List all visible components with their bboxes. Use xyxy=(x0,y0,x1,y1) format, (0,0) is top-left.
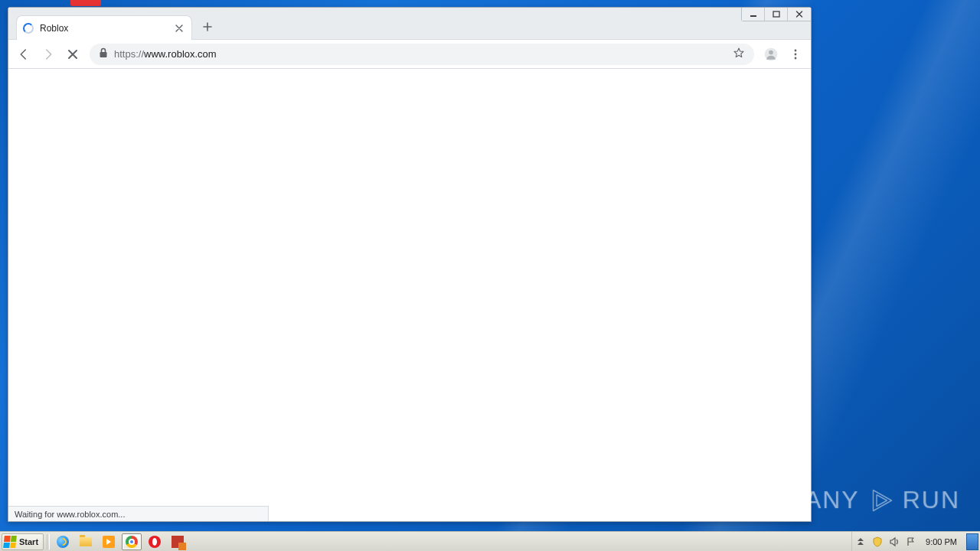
folder-icon xyxy=(80,537,92,546)
taskbar-item-media-player[interactable] xyxy=(99,533,119,550)
svg-rect-0 xyxy=(750,15,756,17)
address-bar[interactable]: https://www.roblox.com xyxy=(90,44,754,65)
taskbar-item-ie[interactable] xyxy=(53,533,73,550)
media-player-icon xyxy=(103,536,115,548)
background-window-peek xyxy=(70,0,101,6)
svg-rect-2 xyxy=(100,52,107,57)
watermark-right: RUN xyxy=(903,486,960,514)
browser-menu-button[interactable] xyxy=(785,44,806,65)
show-desktop-button[interactable] xyxy=(966,533,978,550)
tab-title: Roblox xyxy=(40,23,167,34)
watermark-left: ANY xyxy=(805,486,860,514)
taskbar-item-chrome[interactable] xyxy=(122,533,142,550)
tray-shield-icon[interactable] xyxy=(871,535,884,549)
chrome-browser-window: Roblox xyxy=(8,7,812,522)
tab-roblox[interactable]: Roblox xyxy=(16,15,192,40)
opera-icon xyxy=(149,536,161,548)
app-icon xyxy=(172,536,184,548)
bookmark-star-icon[interactable] xyxy=(733,47,745,61)
tray-flag-icon[interactable] xyxy=(904,535,918,549)
taskbar-item-explorer[interactable] xyxy=(76,533,96,550)
tab-strip: Roblox xyxy=(8,8,218,39)
chrome-icon xyxy=(126,536,138,548)
nav-forward-button[interactable] xyxy=(38,44,59,65)
taskbar-item-app[interactable] xyxy=(168,533,188,550)
tray-volume-icon[interactable] xyxy=(887,535,901,549)
svg-point-6 xyxy=(795,53,797,55)
tray-expand-button[interactable] xyxy=(854,535,867,549)
new-tab-button[interactable] xyxy=(197,16,218,37)
status-text: Waiting for www.roblox.com... xyxy=(15,510,125,519)
taskbar-clock[interactable]: 9:00 PM xyxy=(921,537,962,546)
lock-icon xyxy=(99,47,108,60)
windows-logo-icon xyxy=(3,536,17,548)
tab-close-button[interactable] xyxy=(173,22,185,34)
svg-point-4 xyxy=(769,50,773,54)
play-outline-icon xyxy=(867,487,895,514)
address-url: https://www.roblox.com xyxy=(114,48,727,60)
windows-taskbar: Start 9:00 PM xyxy=(0,531,980,551)
window-minimize-button[interactable] xyxy=(742,8,765,21)
window-controls xyxy=(741,8,811,21)
profile-avatar-button[interactable] xyxy=(760,44,782,65)
quick-launch xyxy=(51,533,189,550)
status-bar: Waiting for www.roblox.com... xyxy=(8,506,269,521)
start-label: Start xyxy=(19,537,38,546)
window-maximize-button[interactable] xyxy=(765,8,788,21)
nav-stop-button[interactable] xyxy=(62,44,83,65)
svg-point-5 xyxy=(795,49,797,51)
svg-rect-1 xyxy=(773,11,779,17)
anyrun-watermark: ANY RUN xyxy=(805,486,960,514)
svg-point-7 xyxy=(795,57,797,59)
system-tray: 9:00 PM xyxy=(851,532,980,551)
window-close-button[interactable] xyxy=(788,8,811,21)
page-viewport: Waiting for www.roblox.com... xyxy=(8,69,811,521)
internet-explorer-icon xyxy=(57,536,69,548)
nav-back-button[interactable] xyxy=(13,44,34,65)
taskbar-separator xyxy=(47,534,50,549)
browser-titlebar[interactable]: Roblox xyxy=(8,8,811,40)
browser-toolbar: https://www.roblox.com xyxy=(8,40,811,69)
taskbar-item-opera[interactable] xyxy=(145,533,165,550)
start-button[interactable]: Start xyxy=(2,533,44,550)
loading-spinner-icon xyxy=(23,23,34,34)
